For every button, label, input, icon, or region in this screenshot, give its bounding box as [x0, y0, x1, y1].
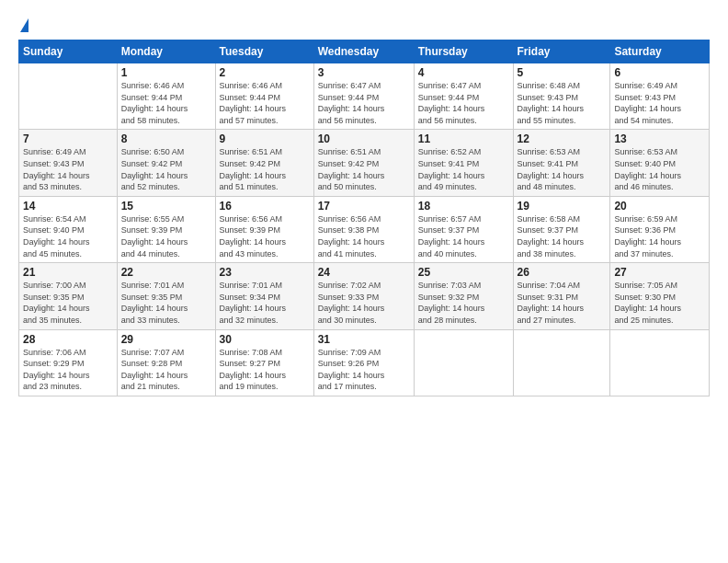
day-info: Sunrise: 7:03 AM Sunset: 9:32 PM Dayligh… [418, 280, 509, 326]
week-row-2: 7Sunrise: 6:49 AM Sunset: 9:43 PM Daylig… [19, 130, 710, 196]
day-number: 10 [318, 132, 410, 145]
day-cell: 25Sunrise: 7:03 AM Sunset: 9:32 PM Dayli… [414, 263, 513, 329]
day-number: 31 [318, 333, 410, 346]
col-sunday: Sunday [19, 40, 118, 63]
day-info: Sunrise: 6:58 AM Sunset: 9:37 PM Dayligh… [518, 213, 607, 259]
day-info: Sunrise: 7:04 AM Sunset: 9:31 PM Dayligh… [518, 280, 607, 326]
day-cell: 12Sunrise: 6:53 AM Sunset: 9:41 PM Dayli… [513, 130, 610, 196]
day-cell: 23Sunrise: 7:01 AM Sunset: 9:34 PM Dayli… [215, 263, 313, 329]
day-info: Sunrise: 6:52 AM Sunset: 9:41 PM Dayligh… [418, 146, 509, 192]
day-number: 13 [614, 132, 705, 145]
day-info: Sunrise: 7:09 AM Sunset: 9:26 PM Dayligh… [318, 347, 410, 393]
day-info: Sunrise: 6:59 AM Sunset: 9:36 PM Dayligh… [614, 213, 705, 259]
day-cell: 20Sunrise: 6:59 AM Sunset: 9:36 PM Dayli… [610, 196, 710, 262]
day-cell: 22Sunrise: 7:01 AM Sunset: 9:35 PM Dayli… [117, 263, 215, 329]
day-number: 14 [23, 200, 113, 213]
day-info: Sunrise: 6:54 AM Sunset: 9:40 PM Dayligh… [23, 213, 113, 259]
day-number: 22 [121, 266, 211, 279]
day-number: 4 [418, 66, 509, 79]
col-wednesday: Wednesday [313, 40, 414, 63]
logo [18, 15, 28, 34]
day-cell [414, 329, 513, 396]
day-cell: 7Sunrise: 6:49 AM Sunset: 9:43 PM Daylig… [19, 130, 118, 196]
day-cell: 30Sunrise: 7:08 AM Sunset: 9:27 PM Dayli… [215, 329, 313, 396]
day-info: Sunrise: 7:02 AM Sunset: 9:33 PM Dayligh… [318, 280, 410, 326]
day-number: 1 [121, 66, 211, 79]
day-number: 29 [121, 333, 211, 346]
day-cell: 29Sunrise: 7:07 AM Sunset: 9:28 PM Dayli… [117, 329, 215, 396]
day-cell: 6Sunrise: 6:49 AM Sunset: 9:43 PM Daylig… [610, 63, 710, 130]
day-cell: 24Sunrise: 7:02 AM Sunset: 9:33 PM Dayli… [313, 263, 414, 329]
day-info: Sunrise: 6:53 AM Sunset: 9:40 PM Dayligh… [614, 146, 705, 192]
day-number: 3 [318, 66, 410, 79]
day-info: Sunrise: 6:55 AM Sunset: 9:39 PM Dayligh… [121, 213, 211, 259]
day-info: Sunrise: 7:05 AM Sunset: 9:30 PM Dayligh… [614, 280, 705, 326]
day-info: Sunrise: 6:56 AM Sunset: 9:38 PM Dayligh… [318, 213, 410, 259]
day-cell: 21Sunrise: 7:00 AM Sunset: 9:35 PM Dayli… [19, 263, 118, 329]
day-number: 18 [418, 200, 509, 213]
day-number: 27 [614, 266, 705, 279]
day-info: Sunrise: 6:48 AM Sunset: 9:43 PM Dayligh… [518, 80, 607, 126]
day-cell: 2Sunrise: 6:46 AM Sunset: 9:44 PM Daylig… [215, 63, 313, 130]
day-number: 9 [220, 132, 310, 145]
day-cell: 28Sunrise: 7:06 AM Sunset: 9:29 PM Dayli… [19, 329, 118, 396]
week-row-4: 21Sunrise: 7:00 AM Sunset: 9:35 PM Dayli… [19, 263, 710, 329]
day-info: Sunrise: 6:49 AM Sunset: 9:43 PM Dayligh… [614, 80, 705, 126]
header-row: SundayMondayTuesdayWednesdayThursdayFrid… [19, 40, 710, 63]
day-cell: 9Sunrise: 6:51 AM Sunset: 9:42 PM Daylig… [215, 130, 313, 196]
day-number: 8 [121, 132, 211, 145]
day-info: Sunrise: 6:46 AM Sunset: 9:44 PM Dayligh… [121, 80, 211, 126]
day-info: Sunrise: 7:06 AM Sunset: 9:29 PM Dayligh… [23, 347, 113, 393]
day-number: 15 [121, 200, 211, 213]
day-cell: 5Sunrise: 6:48 AM Sunset: 9:43 PM Daylig… [513, 63, 610, 130]
calendar-table: SundayMondayTuesdayWednesdayThursdayFrid… [18, 40, 710, 396]
week-row-3: 14Sunrise: 6:54 AM Sunset: 9:40 PM Dayli… [19, 196, 710, 262]
day-cell: 16Sunrise: 6:56 AM Sunset: 9:39 PM Dayli… [215, 196, 313, 262]
logo-triangle-icon [20, 18, 28, 32]
week-row-5: 28Sunrise: 7:06 AM Sunset: 9:29 PM Dayli… [19, 329, 710, 396]
col-friday: Friday [513, 40, 610, 63]
col-saturday: Saturday [610, 40, 710, 63]
day-info: Sunrise: 6:49 AM Sunset: 9:43 PM Dayligh… [23, 146, 113, 192]
day-number: 6 [614, 66, 705, 79]
day-cell: 1Sunrise: 6:46 AM Sunset: 9:44 PM Daylig… [117, 63, 215, 130]
day-info: Sunrise: 7:01 AM Sunset: 9:35 PM Dayligh… [121, 280, 211, 326]
day-info: Sunrise: 7:08 AM Sunset: 9:27 PM Dayligh… [220, 347, 310, 393]
day-number: 24 [318, 266, 410, 279]
day-number: 25 [418, 266, 509, 279]
day-cell: 26Sunrise: 7:04 AM Sunset: 9:31 PM Dayli… [513, 263, 610, 329]
day-number: 7 [23, 132, 113, 145]
logo-text [18, 15, 28, 34]
day-info: Sunrise: 7:01 AM Sunset: 9:34 PM Dayligh… [220, 280, 310, 326]
col-tuesday: Tuesday [215, 40, 313, 63]
day-info: Sunrise: 6:57 AM Sunset: 9:37 PM Dayligh… [418, 213, 509, 259]
day-info: Sunrise: 6:56 AM Sunset: 9:39 PM Dayligh… [220, 213, 310, 259]
day-info: Sunrise: 6:47 AM Sunset: 9:44 PM Dayligh… [318, 80, 410, 126]
day-cell: 18Sunrise: 6:57 AM Sunset: 9:37 PM Dayli… [414, 196, 513, 262]
day-number: 17 [318, 200, 410, 213]
day-number: 28 [23, 333, 113, 346]
day-cell: 14Sunrise: 6:54 AM Sunset: 9:40 PM Dayli… [19, 196, 118, 262]
day-cell: 8Sunrise: 6:50 AM Sunset: 9:42 PM Daylig… [117, 130, 215, 196]
col-monday: Monday [117, 40, 215, 63]
day-cell: 15Sunrise: 6:55 AM Sunset: 9:39 PM Dayli… [117, 196, 215, 262]
day-cell: 4Sunrise: 6:47 AM Sunset: 9:44 PM Daylig… [414, 63, 513, 130]
day-number: 5 [518, 66, 607, 79]
day-info: Sunrise: 6:47 AM Sunset: 9:44 PM Dayligh… [418, 80, 509, 126]
day-number: 26 [518, 266, 607, 279]
day-info: Sunrise: 6:50 AM Sunset: 9:42 PM Dayligh… [121, 146, 211, 192]
col-thursday: Thursday [414, 40, 513, 63]
day-number: 2 [220, 66, 310, 79]
day-info: Sunrise: 6:53 AM Sunset: 9:41 PM Dayligh… [518, 146, 607, 192]
day-cell: 11Sunrise: 6:52 AM Sunset: 9:41 PM Dayli… [414, 130, 513, 196]
day-info: Sunrise: 6:51 AM Sunset: 9:42 PM Dayligh… [220, 146, 310, 192]
header [18, 15, 710, 34]
day-info: Sunrise: 7:07 AM Sunset: 9:28 PM Dayligh… [121, 347, 211, 393]
day-cell: 13Sunrise: 6:53 AM Sunset: 9:40 PM Dayli… [610, 130, 710, 196]
day-number: 12 [518, 132, 607, 145]
main-container: SundayMondayTuesdayWednesdayThursdayFrid… [0, 0, 728, 406]
day-cell [513, 329, 610, 396]
day-number: 21 [23, 266, 113, 279]
day-number: 16 [220, 200, 310, 213]
day-number: 20 [614, 200, 705, 213]
